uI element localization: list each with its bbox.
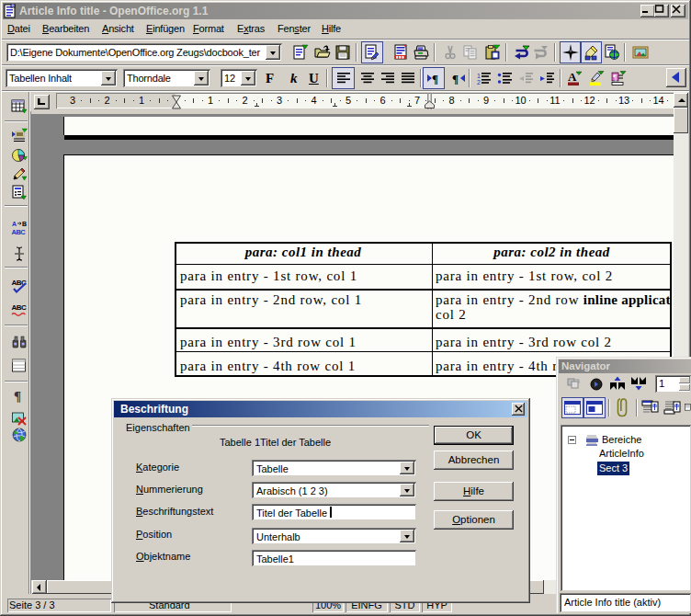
svg-text:ABC: ABC (11, 228, 26, 236)
svg-text:ABC: ABC (11, 303, 27, 312)
svg-text:2: 2 (477, 79, 481, 86)
svg-text:1: 1 (477, 72, 481, 78)
svg-text:¶: ¶ (452, 72, 459, 85)
svg-text:B: B (22, 221, 27, 227)
svg-text:¶: ¶ (613, 73, 617, 82)
svg-text:A: A (12, 221, 17, 227)
svg-text:¶: ¶ (14, 389, 21, 404)
svg-text:A: A (568, 71, 577, 84)
svg-text:¶: ¶ (432, 72, 438, 85)
